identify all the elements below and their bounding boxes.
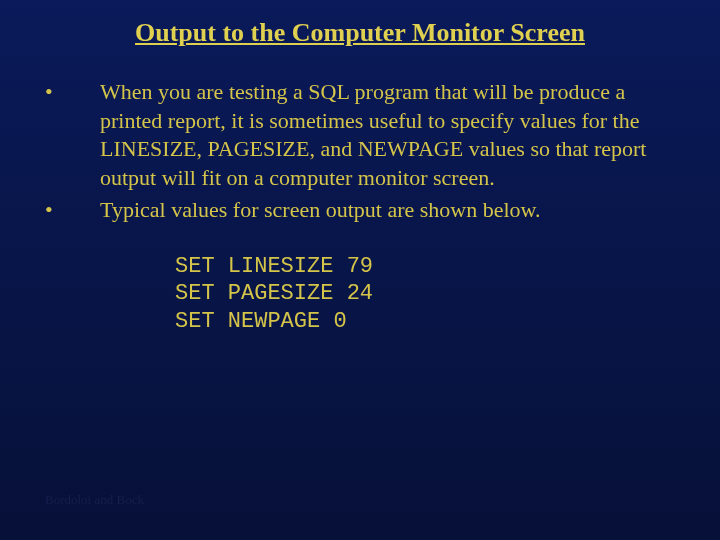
code-line: SET PAGESIZE 24	[175, 281, 373, 306]
code-line: SET NEWPAGE 0	[175, 309, 347, 334]
bullet-text: When you are testing a SQL program that …	[100, 78, 680, 192]
slide-content: • When you are testing a SQL program tha…	[0, 78, 720, 335]
bullet-marker: •	[45, 196, 100, 225]
bullet-text: Typical values for screen output are sho…	[100, 196, 680, 225]
footer-attribution: Bordoloi and Bock	[45, 492, 144, 508]
bullet-item: • Typical values for screen output are s…	[45, 196, 680, 225]
bullet-marker: •	[45, 78, 100, 107]
code-line: SET LINESIZE 79	[175, 254, 373, 279]
bullet-item: • When you are testing a SQL program tha…	[45, 78, 680, 192]
code-block: SET LINESIZE 79 SET PAGESIZE 24 SET NEWP…	[175, 253, 680, 336]
slide-title: Output to the Computer Monitor Screen	[0, 0, 720, 78]
